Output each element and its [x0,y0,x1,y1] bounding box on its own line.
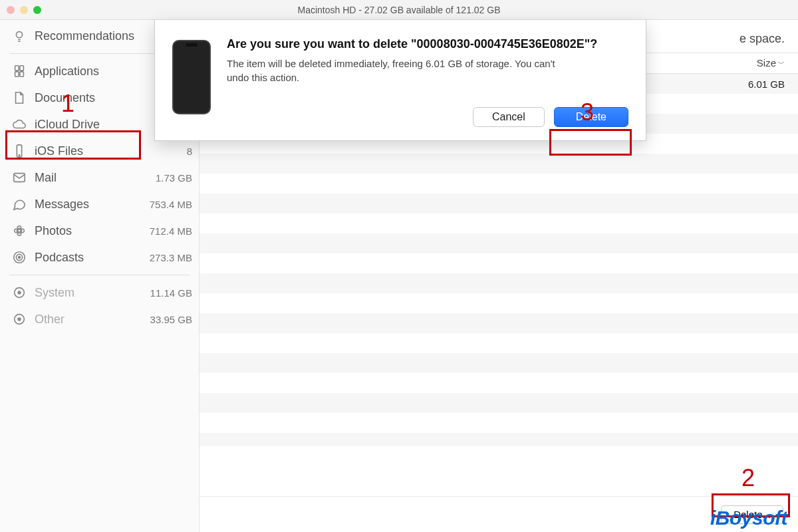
messages-icon [11,196,28,213]
table-row [200,333,798,353]
svg-point-9 [17,226,21,230]
svg-point-15 [19,257,21,259]
table-row [200,194,798,213]
table-row [200,373,798,393]
mail-icon [11,169,28,186]
cancel-button[interactable]: Cancel [473,107,545,127]
svg-point-19 [18,318,21,321]
sidebar-item-label: Recommendations [35,29,139,43]
sidebar-item-label: iOS Files [35,144,139,158]
confirm-delete-button[interactable]: Delete [554,107,628,127]
sidebar-item-photos[interactable]: Photos 712.4 MB [0,217,199,244]
sidebar-item-system[interactable]: System 11.14 GB [0,279,199,306]
sidebar-item-label: Messages [35,198,139,211]
sidebar-item-label: Documents [35,91,139,105]
window-titlebar: Macintosh HD - 27.02 GB available of 121… [0,0,798,20]
svg-rect-1 [15,66,19,70]
dialog-heading: Are you sure you want to delete "0000803… [227,36,628,52]
sidebar-item-value: 33.95 GB [139,314,192,325]
svg-point-6 [19,155,19,156]
sidebar-item-label: Photos [35,224,139,238]
cell-size: 6.01 GB [712,78,785,90]
table-row [200,293,798,313]
table-row [200,233,798,253]
sidebar-item-label: System [35,286,139,300]
dialog-description: The item will be deleted immediately, fr… [227,57,573,84]
sidebar-item-label: Podcasts [35,251,139,265]
sidebar-item-podcasts[interactable]: Podcasts 273.3 MB [0,244,199,271]
table-row [200,393,798,413]
sidebar-item-label: Applications [35,65,139,78]
watermark-text: iBoysoft [710,507,787,529]
sidebar-item-value: 11.14 GB [139,287,192,299]
svg-point-10 [17,232,21,236]
sidebar-item-messages[interactable]: Messages 753.4 MB [0,191,199,217]
sidebar-item-value: 273.3 MB [139,252,192,263]
sidebar-item-ios-files[interactable]: iOS Files 8 [0,138,199,164]
svg-rect-2 [20,66,23,70]
podcasts-icon [11,249,28,266]
sidebar-item-mail[interactable]: Mail 1.73 GB [0,164,199,191]
sidebar-item-value: 712.4 MB [139,225,192,237]
table-row [200,313,798,333]
table-row [200,154,798,174]
sidebar-item-other[interactable]: Other 33.95 GB [0,306,199,332]
content-footer: Delete... [200,496,798,532]
sidebar-item-label: Mail [35,171,139,185]
svg-point-12 [21,229,25,233]
photos-icon [11,222,28,239]
table-row [200,174,798,194]
iphone-icon [11,142,28,160]
sidebar-item-value: 753.4 MB [139,199,192,210]
table-row [200,353,798,373]
svg-rect-3 [15,72,19,76]
sidebar-item-label: Other [35,313,139,327]
other-icon [11,311,28,328]
col-size[interactable]: Size﹀ [712,57,785,69]
system-icon [11,284,28,301]
iphone-device-icon [172,40,211,114]
table-row [200,433,798,446]
confirm-delete-dialog: Are you sure you want to delete "0000803… [154,20,646,141]
cloud-icon [11,116,28,133]
table-row [200,413,798,433]
lightbulb-icon [11,27,28,45]
window-title: Macintosh HD - 27.02 GB available of 121… [0,5,798,15]
sidebar-item-label: iCloud Drive [35,118,139,132]
svg-point-0 [16,32,22,38]
table-row [200,253,798,273]
table-row [200,213,798,233]
svg-rect-4 [20,72,23,76]
sidebar-item-value: 8 [139,146,192,157]
documents-icon [11,89,28,106]
sidebar-item-value: 1.73 GB [139,172,192,184]
table-row [200,273,798,293]
svg-point-11 [15,229,19,233]
svg-point-17 [18,291,21,294]
applications-icon [11,63,28,80]
sort-descending-icon: ﹀ [778,59,785,68]
